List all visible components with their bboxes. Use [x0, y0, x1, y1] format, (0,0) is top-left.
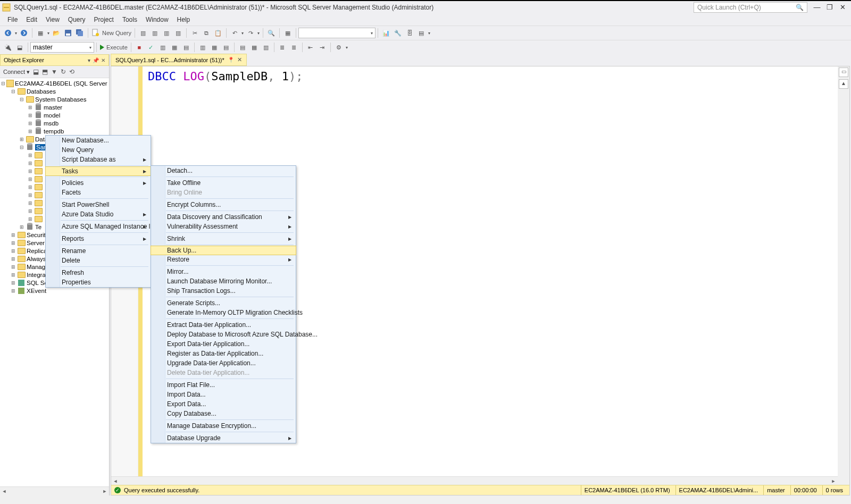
- refresh-icon[interactable]: ↻: [61, 68, 66, 75]
- menu-item[interactable]: Take Offline: [151, 178, 296, 188]
- tree-node[interactable]: ⊞msdb: [0, 119, 109, 127]
- close-panel-icon[interactable]: ✕: [101, 57, 105, 63]
- menu-item[interactable]: Shrink▶: [151, 234, 296, 243]
- toolbar2-overflow[interactable]: ▾: [346, 42, 348, 53]
- expander-icon[interactable]: ⊞: [11, 256, 16, 262]
- menu-item[interactable]: Azure Data Studio▶: [46, 209, 151, 219]
- tree-server-node[interactable]: ⊟ EC2AMAZ-41B6DEL (SQL Server 16.0.10...…: [0, 79, 109, 87]
- expander-icon[interactable]: ⊞: [11, 264, 16, 270]
- menu-item[interactable]: New Query: [46, 145, 151, 155]
- expander-icon[interactable]: ⊞: [28, 177, 33, 182]
- scroll-right-icon[interactable]: ►: [829, 478, 838, 484]
- menu-help[interactable]: Help: [173, 16, 195, 23]
- include-live-stats-icon[interactable]: ▦: [210, 42, 219, 53]
- menu-item[interactable]: Launch Database Mirroring Monitor...: [151, 276, 296, 286]
- execute-button[interactable]: Execute: [100, 42, 128, 53]
- split-icon[interactable]: ▭: [839, 68, 848, 77]
- open-button[interactable]: 📂: [52, 28, 61, 38]
- sync-icon[interactable]: ⟲: [69, 68, 74, 75]
- menu-item[interactable]: Generate In-Memory OLTP Migration Checkl…: [151, 308, 296, 317]
- connect-button[interactable]: Connect ▾: [3, 69, 30, 75]
- menu-item[interactable]: Azure SQL Managed Instance link▶: [46, 222, 151, 231]
- menu-item[interactable]: Manage Database Encryption...: [151, 421, 296, 431]
- expander-icon[interactable]: ⊞: [11, 248, 16, 254]
- menu-item[interactable]: Script Database as▶: [46, 155, 151, 164]
- menu-item[interactable]: Generate Scripts...: [151, 298, 296, 308]
- toolbar1-overflow[interactable]: ▾: [428, 28, 430, 38]
- menu-item[interactable]: Export Data-tier Application...: [151, 339, 296, 349]
- navigate-fwd-button[interactable]: [19, 28, 29, 38]
- menu-file[interactable]: File: [3, 16, 22, 23]
- as-mdx-icon[interactable]: ▥: [150, 28, 160, 38]
- tree-node[interactable]: ⊞XEvent: [0, 287, 109, 295]
- menu-item[interactable]: New Database...: [46, 136, 151, 145]
- menu-item[interactable]: Data Discovery and Classification▶: [151, 212, 296, 222]
- results-to-grid-icon[interactable]: ▦: [249, 42, 259, 53]
- expander-icon[interactable]: ⊞: [28, 129, 33, 134]
- menu-item[interactable]: Facets: [46, 188, 151, 197]
- menu-item[interactable]: Database Upgrade▶: [151, 433, 296, 443]
- menu-item[interactable]: Register as Data-tier Application...: [151, 349, 296, 358]
- menu-project[interactable]: Project: [90, 16, 118, 23]
- menu-view[interactable]: View: [41, 16, 64, 23]
- quick-launch-search[interactable]: Quick Launch (Ctrl+Q) 🔍: [694, 2, 807, 13]
- menu-window[interactable]: Window: [141, 16, 173, 23]
- expander-icon[interactable]: ⊟: [11, 89, 16, 94]
- redo-button[interactable]: ↷: [246, 28, 255, 38]
- change-connection-icon[interactable]: 🔌: [3, 42, 13, 53]
- menu-item[interactable]: Policies▶: [46, 178, 151, 188]
- expander-icon[interactable]: ⊞: [11, 288, 16, 293]
- cut-button[interactable]: ✂: [190, 28, 199, 38]
- menu-item[interactable]: Reports▶: [46, 234, 151, 243]
- menu-item[interactable]: Tasks▶: [45, 166, 151, 176]
- increase-indent-icon[interactable]: ⇥: [318, 42, 327, 53]
- menu-item[interactable]: Deploy Database to Microsoft Azure SQL D…: [151, 330, 296, 339]
- expander-icon[interactable]: ⊞: [28, 200, 33, 206]
- tree-node[interactable]: ⊞master: [0, 103, 109, 111]
- menu-item[interactable]: Mirror...: [151, 267, 296, 276]
- menu-query[interactable]: Query: [64, 16, 90, 23]
- minimize-button[interactable]: —: [811, 3, 823, 12]
- menu-tools[interactable]: Tools: [118, 16, 141, 23]
- tasks-submenu[interactable]: Detach...Take OfflineBring OnlineEncrypt…: [151, 165, 296, 443]
- tree-node[interactable]: ⊞tempdb: [0, 127, 109, 135]
- pin-icon[interactable]: 📌: [93, 57, 99, 63]
- filter-icon[interactable]: ▼: [51, 68, 57, 75]
- menu-item[interactable]: Extract Data-tier Application...: [151, 320, 296, 330]
- uncomment-icon[interactable]: ≣: [289, 42, 299, 53]
- activity-monitor-icon[interactable]: 📊: [381, 28, 391, 38]
- expander-icon[interactable]: ⊞: [28, 192, 33, 198]
- expander-icon[interactable]: ⊞: [11, 240, 16, 246]
- menu-item[interactable]: Import Data...: [151, 390, 296, 399]
- stop-button[interactable]: ■: [135, 42, 144, 53]
- expander-icon[interactable]: ⊞: [28, 184, 33, 190]
- copy-button[interactable]: ⧉: [202, 28, 211, 38]
- solution-icon[interactable]: ▦: [283, 28, 293, 38]
- paste-button[interactable]: 📋: [213, 28, 223, 38]
- save-button[interactable]: [63, 28, 73, 38]
- query-options-icon[interactable]: ▦: [170, 42, 179, 53]
- expander-icon[interactable]: ⊞: [28, 113, 33, 118]
- include-client-stats-icon[interactable]: ▤: [221, 42, 231, 53]
- save-all-button[interactable]: [75, 28, 85, 38]
- track-changes-icon[interactable]: ▲: [839, 79, 848, 89]
- expander-icon[interactable]: ⊟: [1, 81, 5, 86]
- expander-icon[interactable]: ⊟: [19, 97, 24, 102]
- new-query-button[interactable]: New Query: [91, 28, 131, 38]
- as-dmx-icon[interactable]: ▥: [162, 28, 171, 38]
- menu-item[interactable]: Restore▶: [151, 255, 296, 264]
- display-plan-icon[interactable]: ▥: [158, 42, 168, 53]
- expander-icon[interactable]: ⊞: [28, 121, 33, 126]
- menu-item[interactable]: Vulnerability Assessment▶: [151, 222, 296, 231]
- expander-icon[interactable]: ⊟: [19, 145, 24, 150]
- database-dropdown[interactable]: master ▾: [30, 42, 94, 53]
- results-to-file-icon[interactable]: ▥: [261, 42, 271, 53]
- expander-icon[interactable]: ⊞: [19, 224, 24, 230]
- undo-button[interactable]: ↶: [230, 28, 239, 38]
- expander-icon[interactable]: ⊞: [28, 169, 33, 174]
- expander-icon[interactable]: ⊞: [28, 161, 33, 166]
- db-engine-query-icon[interactable]: ▥: [138, 28, 148, 38]
- new-project-dropdown[interactable]: ▾: [47, 28, 49, 38]
- expander-icon[interactable]: ⊞: [28, 153, 33, 158]
- tree-node[interactable]: ⊞model: [0, 111, 109, 119]
